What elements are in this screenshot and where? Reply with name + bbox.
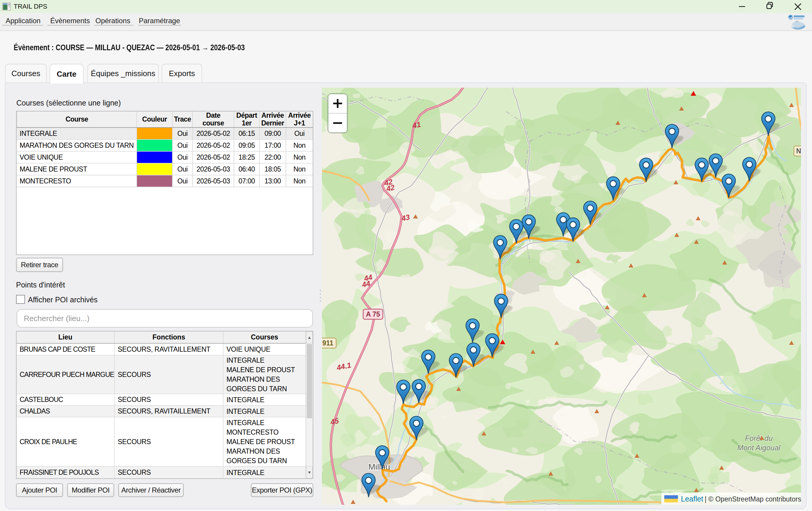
svg-text:Forêt du: Forêt du — [745, 434, 773, 442]
svg-text:Leaflet: Leaflet — [681, 495, 703, 503]
svg-text:Mont Aigoual: Mont Aigoual — [737, 444, 781, 452]
svg-text:43: 43 — [400, 213, 410, 223]
svg-text:N: N — [796, 147, 801, 155]
svg-text:| © OpenStreetMap contributors: | © OpenStreetMap contributors — [705, 495, 801, 503]
svg-text:41: 41 — [411, 120, 422, 130]
svg-text:44: 44 — [361, 279, 371, 289]
svg-text:911: 911 — [322, 339, 333, 347]
svg-text:42: 42 — [385, 183, 395, 193]
svg-text:A 75: A 75 — [366, 310, 380, 318]
